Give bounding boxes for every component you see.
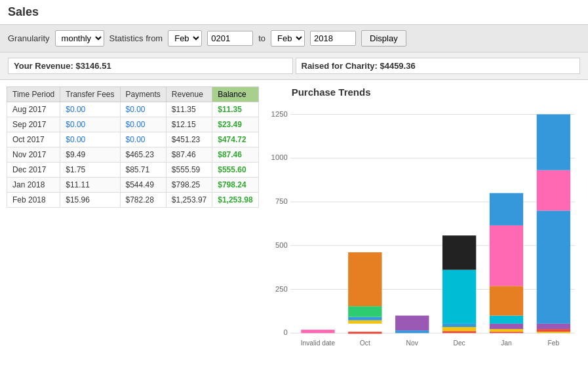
col-revenue: Revenue xyxy=(166,87,212,102)
from-year-input[interactable] xyxy=(207,31,253,46)
purchase-trends-chart: 0 250 500 750 1000 1250 Invalid d xyxy=(265,103,581,352)
table-row: Feb 2018 $15.96 $782.28 $1,253.97 $1,253… xyxy=(7,193,259,208)
display-button[interactable]: Display xyxy=(361,30,406,47)
cell-revenue: $798.25 xyxy=(166,178,212,193)
stats-bar: Your Revenue: $3146.51 Raised for Charit… xyxy=(0,52,588,80)
svg-text:0: 0 xyxy=(283,328,287,336)
cell-period: Nov 2017 xyxy=(7,147,60,163)
granularity-select[interactable]: monthly xyxy=(55,30,104,47)
svg-text:1000: 1000 xyxy=(271,153,287,161)
svg-rect-33 xyxy=(489,286,522,315)
col-payments: Payments xyxy=(120,87,166,102)
svg-rect-27 xyxy=(442,235,476,269)
table-container: Time Period Transfer Fees Payments Reven… xyxy=(7,87,259,352)
stats-from-label: Statistics from xyxy=(109,33,163,43)
from-month-select[interactable]: Feb xyxy=(168,30,202,47)
cell-period: Oct 2017 xyxy=(7,132,60,147)
svg-rect-23 xyxy=(442,331,476,333)
cell-payments: $544.49 xyxy=(120,178,166,193)
cell-balance: $474.72 xyxy=(212,132,258,147)
svg-rect-25 xyxy=(442,324,476,327)
table-row: Sep 2017 $0.00 $0.00 $12.15 $23.49 xyxy=(7,117,259,132)
sales-table: Time Period Transfer Fees Payments Reven… xyxy=(7,87,259,208)
svg-rect-26 xyxy=(442,270,476,324)
svg-rect-14 xyxy=(348,332,382,334)
table-row: Dec 2017 $1.75 $85.71 $555.59 $555.60 xyxy=(7,163,259,178)
cell-fees: $1.75 xyxy=(60,163,120,178)
main-content: Time Period Transfer Fees Payments Reven… xyxy=(0,80,588,358)
cell-fees: $15.96 xyxy=(60,193,120,208)
cell-revenue: $12.15 xyxy=(166,117,212,132)
cell-revenue: $451.23 xyxy=(166,132,212,147)
svg-text:Nov: Nov xyxy=(406,339,418,347)
toolbar: Granularity monthly Statistics from Feb … xyxy=(0,24,588,52)
svg-rect-40 xyxy=(536,210,570,324)
svg-rect-17 xyxy=(348,306,382,317)
svg-text:750: 750 xyxy=(275,197,288,205)
svg-rect-20 xyxy=(395,330,429,333)
revenue-label: Your Revenue: xyxy=(14,61,73,71)
svg-rect-35 xyxy=(489,193,522,225)
revenue-stat: Your Revenue: $3146.51 xyxy=(8,58,293,74)
svg-rect-12 xyxy=(301,330,334,333)
cell-balance: $555.60 xyxy=(212,163,258,178)
cell-revenue: $555.59 xyxy=(166,163,212,178)
cell-period: Sep 2017 xyxy=(7,117,60,132)
chart-container: 0 250 500 750 1000 1250 Invalid d xyxy=(265,103,581,352)
cell-revenue: $87.46 xyxy=(166,147,212,163)
table-row: Oct 2017 $0.00 $0.00 $451.23 $474.72 xyxy=(7,132,259,147)
cell-revenue: $11.35 xyxy=(166,102,212,117)
svg-rect-15 xyxy=(348,320,382,324)
cell-period: Feb 2018 xyxy=(7,193,60,208)
page-title: Sales xyxy=(0,0,588,24)
cell-fees: $0.00 xyxy=(60,117,120,132)
cell-payments: $85.71 xyxy=(120,163,166,178)
col-period: Time Period xyxy=(7,87,60,102)
svg-rect-42 xyxy=(536,114,570,170)
svg-rect-34 xyxy=(489,225,522,286)
cell-balance: $87.46 xyxy=(212,147,258,163)
charity-label: Raised for Charity: xyxy=(302,61,378,71)
table-row: Nov 2017 $9.49 $465.23 $87.46 $87.46 xyxy=(7,147,259,163)
cell-fees: $9.49 xyxy=(60,147,120,163)
svg-rect-24 xyxy=(442,327,476,331)
svg-text:Invalid date: Invalid date xyxy=(300,339,335,347)
table-row: Aug 2017 $0.00 $0.00 $11.35 $11.35 xyxy=(7,102,259,117)
cell-fees: $11.11 xyxy=(60,178,120,193)
cell-balance: $11.35 xyxy=(212,102,258,117)
svg-text:Oct: Oct xyxy=(359,339,370,347)
cell-fees: $0.00 xyxy=(60,102,120,117)
chart-area: Purchase Trends 0 250 500 750 1000 1250 xyxy=(265,87,581,352)
svg-rect-30 xyxy=(489,329,522,332)
svg-rect-21 xyxy=(395,316,429,331)
svg-rect-31 xyxy=(489,324,522,329)
charity-stat: Raised for Charity: $4459.36 xyxy=(296,58,581,74)
cell-payments: $0.00 xyxy=(120,117,166,132)
cell-payments: $0.00 xyxy=(120,102,166,117)
cell-period: Dec 2017 xyxy=(7,163,60,178)
cell-period: Aug 2017 xyxy=(7,102,60,117)
charity-value: $4459.36 xyxy=(380,61,415,71)
svg-rect-41 xyxy=(536,170,570,211)
cell-payments: $465.23 xyxy=(120,147,166,163)
svg-rect-18 xyxy=(348,252,382,306)
svg-text:500: 500 xyxy=(275,241,288,249)
svg-rect-37 xyxy=(536,332,570,333)
revenue-value: $3146.51 xyxy=(75,61,111,71)
svg-rect-39 xyxy=(536,324,570,329)
svg-rect-29 xyxy=(489,332,522,333)
granularity-label: Granularity xyxy=(8,33,50,43)
svg-rect-32 xyxy=(489,316,522,324)
svg-rect-16 xyxy=(348,317,382,320)
cell-period: Jan 2018 xyxy=(7,178,60,193)
cell-balance: $1,253.98 xyxy=(212,193,258,208)
svg-text:Dec: Dec xyxy=(453,339,465,347)
cell-balance: $23.49 xyxy=(212,117,258,132)
cell-fees: $0.00 xyxy=(60,132,120,147)
cell-payments: $782.28 xyxy=(120,193,166,208)
cell-balance: $798.24 xyxy=(212,178,258,193)
to-year-input[interactable] xyxy=(310,31,356,46)
to-month-select[interactable]: Feb xyxy=(271,30,305,47)
col-fees: Transfer Fees xyxy=(60,87,120,102)
svg-rect-38 xyxy=(536,329,570,332)
